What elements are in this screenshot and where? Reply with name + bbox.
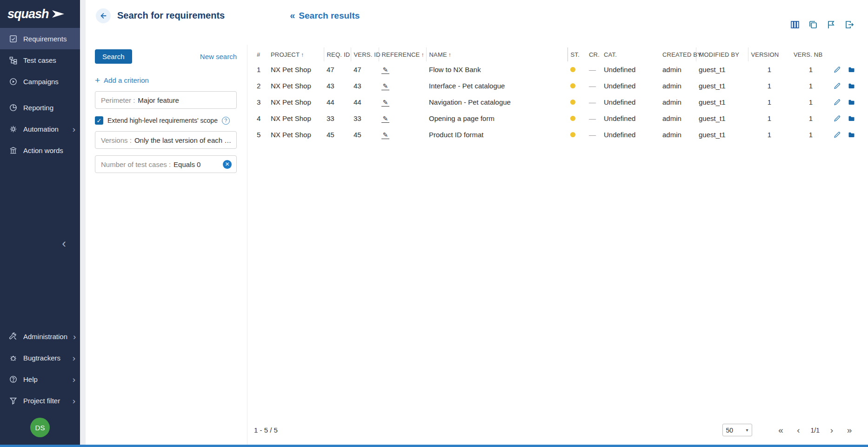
criterion-test-case-count[interactable]: Number of test cases : Equals 0 ✕ xyxy=(95,155,237,173)
criterion-perimeter[interactable]: Perimeter : Major feature xyxy=(95,91,237,109)
sidebar-item-administration[interactable]: Administration › xyxy=(0,326,80,347)
new-search-link[interactable]: New search xyxy=(200,53,237,60)
col-header-project[interactable]: PROJECT↑ xyxy=(268,47,324,61)
cell-name[interactable]: Opening a page form xyxy=(426,110,568,127)
remove-criterion-button[interactable]: ✕ xyxy=(223,160,232,169)
folder-icon[interactable] xyxy=(848,82,855,90)
sidebar-item-automation[interactable]: Automation › xyxy=(0,118,80,140)
columns-icon xyxy=(790,20,800,30)
folder-icon[interactable] xyxy=(848,98,855,107)
folder-icon[interactable] xyxy=(848,66,855,74)
duplicate-button[interactable] xyxy=(808,20,819,31)
next-page-button[interactable]: › xyxy=(826,425,837,436)
cell-project: NX Pet Shop xyxy=(268,110,324,127)
cell-actions xyxy=(831,94,859,110)
cell-vers-nb: 1 xyxy=(791,61,831,78)
edit-pencil-icon[interactable] xyxy=(834,114,841,123)
extend-scope-checkbox[interactable]: ✓ xyxy=(95,116,103,125)
squash-logo[interactable]: squash xyxy=(0,0,80,28)
sidebar-item-campaigns[interactable]: Campaigns xyxy=(0,71,80,92)
table-header-row: # PROJECT↑ REQ. ID VERS. ID REFERENCE↑ N… xyxy=(254,47,859,61)
pagination: 50 ▾ « ‹ 1/1 › » xyxy=(722,424,855,436)
sidebar-item-test-cases[interactable]: Test cases xyxy=(0,49,80,71)
edit-pencil-icon[interactable] xyxy=(834,98,841,107)
sort-asc-icon: ↑ xyxy=(301,52,304,58)
main-content: Search for requirements « Search results xyxy=(86,0,868,445)
edit-pencil-icon[interactable] xyxy=(834,131,841,139)
cell-name[interactable]: Flow to NX Bank xyxy=(426,61,568,78)
first-page-button[interactable]: « xyxy=(775,425,787,436)
col-header-req-id[interactable]: REQ. ID xyxy=(324,47,351,61)
edit-reference-icon[interactable]: ✎ xyxy=(381,131,389,139)
requirements-icon xyxy=(8,34,18,43)
col-header-criticality[interactable]: CR. xyxy=(586,47,601,61)
col-header-name[interactable]: NAME↑ xyxy=(426,47,568,61)
folder-icon[interactable] xyxy=(848,114,855,123)
cell-name[interactable]: Navigation - Pet catalogue xyxy=(426,94,568,110)
add-criterion-link[interactable]: + Add a criterion xyxy=(95,76,237,85)
cell-req-id: 47 xyxy=(324,61,351,78)
col-header-num[interactable]: # xyxy=(254,47,268,61)
sidebar-item-project-filter[interactable]: Project filter › xyxy=(0,390,80,411)
cell-name[interactable]: Product ID format xyxy=(426,127,568,143)
arrow-left-icon xyxy=(99,12,107,20)
flag-button[interactable] xyxy=(826,20,837,31)
avatar[interactable]: DS xyxy=(30,418,50,437)
cell-created-by: admin xyxy=(660,78,696,94)
sidebar-collapse-zone: ‹ xyxy=(0,161,80,326)
col-header-reference[interactable]: REFERENCE↑ xyxy=(379,47,426,61)
table-row[interactable]: 4 NX Pet Shop 33 33 ✎ Opening a page for… xyxy=(254,110,859,127)
edit-pencil-icon[interactable] xyxy=(834,82,841,90)
criterion-versions[interactable]: Versions : Only the last version of each… xyxy=(95,131,237,149)
col-header-vers-id[interactable]: VERS. ID xyxy=(351,47,379,61)
table-row[interactable]: 2 NX Pet Shop 43 43 ✎ Interface - Pet ca… xyxy=(254,78,859,94)
administration-icon xyxy=(8,332,18,341)
col-header-vers-nb[interactable]: VERS. NB xyxy=(791,47,831,61)
configure-columns-button[interactable] xyxy=(789,20,801,31)
search-results-link[interactable]: « Search results xyxy=(290,10,360,21)
table-row[interactable]: 3 NX Pet Shop 44 44 ✎ Navigation - Pet c… xyxy=(254,94,859,110)
export-button[interactable] xyxy=(844,20,855,31)
cell-num: 2 xyxy=(254,78,268,94)
edit-pencil-icon[interactable] xyxy=(834,66,841,74)
status-dot-icon xyxy=(570,116,575,121)
edit-reference-icon[interactable]: ✎ xyxy=(381,82,389,90)
cell-actions xyxy=(831,61,859,78)
edit-reference-icon[interactable]: ✎ xyxy=(381,115,389,123)
cell-category: Undefined xyxy=(601,127,660,143)
page-size-select[interactable]: 50 ▾ xyxy=(722,424,752,436)
bug-icon xyxy=(8,353,18,362)
add-criterion-label: Add a criterion xyxy=(104,76,149,84)
sidebar-item-bugtrackers[interactable]: Bugtrackers › xyxy=(0,347,80,368)
table-row[interactable]: 5 NX Pet Shop 45 45 ✎ Product ID format … xyxy=(254,127,859,143)
col-header-modified-by[interactable]: MODIFIED BY xyxy=(696,47,748,61)
sidebar-item-action-words[interactable]: Action words xyxy=(0,140,80,161)
cell-name[interactable]: Interface - Pet catalogue xyxy=(426,78,568,94)
back-button[interactable] xyxy=(96,8,111,23)
cell-version: 1 xyxy=(748,61,791,78)
sidebar-collapse-button[interactable]: ‹ xyxy=(62,237,66,249)
col-header-status[interactable]: ST. xyxy=(568,47,586,61)
col-header-actions xyxy=(831,47,859,61)
edit-reference-icon[interactable]: ✎ xyxy=(381,99,389,107)
logo-text: squash xyxy=(7,7,49,21)
help-question-icon[interactable]: ? xyxy=(222,117,230,125)
prev-page-button[interactable]: ‹ xyxy=(793,425,804,436)
chevron-right-icon: › xyxy=(73,332,76,341)
sidebar-item-reporting[interactable]: Reporting xyxy=(0,97,80,118)
extend-scope-row[interactable]: ✓ Extend high-level requirements' scope … xyxy=(95,116,237,125)
table-row[interactable]: 1 NX Pet Shop 47 47 ✎ Flow to NX Bank — … xyxy=(254,61,859,78)
last-page-button[interactable]: » xyxy=(844,425,855,436)
folder-icon[interactable] xyxy=(848,131,855,139)
sidebar-item-help[interactable]: Help › xyxy=(0,368,80,390)
criterion-label: Number of test cases : xyxy=(101,160,171,168)
cell-modified-by: guest_t1 xyxy=(696,78,748,94)
col-header-category[interactable]: CAT. xyxy=(601,47,660,61)
page-indicator: 1/1 xyxy=(811,427,820,434)
sidebar-item-requirements[interactable]: Requirements xyxy=(0,28,80,49)
col-header-version[interactable]: VERSION xyxy=(748,47,791,61)
search-button[interactable]: Search xyxy=(95,49,132,64)
col-header-created-by[interactable]: CREATED BY xyxy=(660,47,696,61)
cell-num: 5 xyxy=(254,127,268,143)
edit-reference-icon[interactable]: ✎ xyxy=(381,66,389,74)
